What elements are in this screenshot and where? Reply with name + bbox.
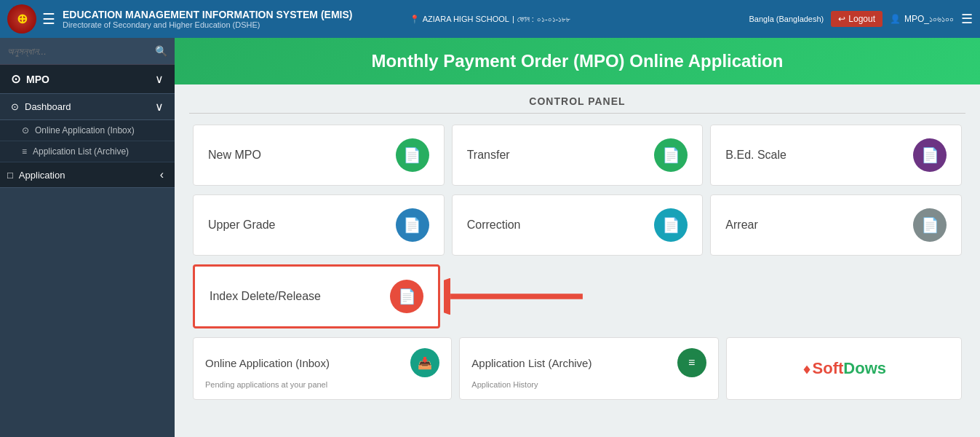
user-avatar-icon: 👤 <box>890 14 901 24</box>
arrow-container <box>444 275 648 318</box>
language-selector[interactable]: Bangla (Bangladesh) <box>749 15 824 23</box>
card-transfer-label: Transfer <box>467 149 510 162</box>
card-index-delete-icon: 📄 <box>390 280 423 313</box>
card-new-mpo-icon: 📄 <box>396 138 429 172</box>
application-list-archive-label: Application List (Archive) <box>471 357 591 369</box>
card-new-mpo-label: New MPO <box>208 149 261 162</box>
location-info: 📍 AZIARA HIGH SCHOOL | ফোন : ০১-০১-১৮৮ <box>410 15 571 24</box>
card-correction-label: Correction <box>467 219 521 232</box>
page-title: Monthly Payment Order (MPO) Online Appli… <box>372 51 784 71</box>
content-area: Monthly Payment Order (MPO) Online Appli… <box>175 38 980 437</box>
pointing-arrow <box>444 275 589 318</box>
card-upper-grade[interactable]: Upper Grade 📄 <box>193 194 445 256</box>
card-upper-grade-label: Upper Grade <box>208 219 276 232</box>
application-label: Application <box>19 170 65 181</box>
card-index-delete-label: Index Delete/Release <box>210 290 321 303</box>
online-application-inbox-label: Online Application (Inbox) <box>205 357 330 369</box>
sidebar-item-mpo[interactable]: ⊙ MPO ∨ <box>0 65 175 94</box>
card-arrear-icon: 📄 <box>913 208 947 242</box>
mpo-label: MPO <box>26 74 49 85</box>
location-icon: 📍 <box>410 15 420 24</box>
card-online-application-inbox[interactable]: Online Application (Inbox) 📥 Pending app… <box>193 337 452 400</box>
application-list-archive-icon: ≡ <box>677 348 706 377</box>
logout-icon: ↩ <box>838 14 845 24</box>
card-index-delete[interactable]: Index Delete/Release 📄 <box>193 264 440 328</box>
online-application-inbox-subtitle: Pending applications at your panel <box>205 380 439 389</box>
sidebar-item-application[interactable]: □ Application ‹ <box>0 162 175 188</box>
menu-toggle-icon[interactable]: ☰ <box>42 10 55 28</box>
search-input[interactable] <box>7 46 155 57</box>
page-header: Monthly Payment Order (MPO) Online Appli… <box>175 38 980 84</box>
softdows-logo-card: ⬧SoftDows <box>726 337 962 400</box>
phone-label: ফোন : <box>517 15 534 24</box>
logout-button[interactable]: ↩ Logout <box>831 11 883 27</box>
card-row-2: Upper Grade 📄 Correction 📄 Arrear 📄 <box>189 194 965 256</box>
card-upper-grade-icon: 📄 <box>396 208 429 242</box>
school-name: AZIARA HIGH SCHOOL <box>423 15 509 23</box>
header: ⊕ ☰ EDUCATION MANAGEMENT INFORMATION SYS… <box>0 0 980 38</box>
search-box: 🔍 <box>0 38 175 65</box>
dashboard-icon: ⊙ <box>11 101 19 112</box>
control-panel-title: CONTROL PANEL <box>189 95 965 114</box>
system-title: EDUCATION MANAGEMENT INFORMATION SYSTEM … <box>63 9 749 20</box>
application-list-archive-subtitle: Application History <box>471 380 706 389</box>
username: MPO_১০৬১০০ <box>904 14 954 24</box>
card-application-list-archive[interactable]: Application List (Archive) ≡ Application… <box>459 337 718 400</box>
card-row-4: Online Application (Inbox) 📥 Pending app… <box>189 337 965 400</box>
card-arrear[interactable]: Arrear 📄 <box>710 194 962 256</box>
card-transfer-icon: 📄 <box>654 138 688 172</box>
sidebar-item-online-application[interactable]: ⊙ Online Application (Inbox) <box>0 120 175 141</box>
user-info: 👤 MPO_১০৬১০০ <box>890 14 954 24</box>
card-row-1: New MPO 📄 Transfer 📄 B.Ed. Scale 📄 <box>189 125 965 186</box>
header-title-block: EDUCATION MANAGEMENT INFORMATION SYSTEM … <box>63 9 749 29</box>
dashboard-label: Dashboard <box>25 101 71 112</box>
search-icon[interactable]: 🔍 <box>155 45 167 57</box>
card-new-mpo[interactable]: New MPO 📄 <box>193 125 445 186</box>
right-menu-icon[interactable]: ☰ <box>961 11 973 27</box>
application-icon: □ <box>7 170 13 181</box>
card-bed-scale[interactable]: B.Ed. Scale 📄 <box>710 125 962 186</box>
card-bed-scale-label: B.Ed. Scale <box>725 149 786 162</box>
mpo-icon: ⊙ <box>11 72 20 86</box>
card-row-3: Index Delete/Release 📄 <box>189 264 965 328</box>
logout-label: Logout <box>848 14 875 24</box>
control-panel: CONTROL PANEL New MPO 📄 Transfer 📄 B.Ed.… <box>175 84 980 420</box>
app-list-icon: ≡ <box>22 146 27 157</box>
sidebar-item-app-list[interactable]: ≡ Application List (Archive) <box>0 141 175 162</box>
mpo-arrow-icon: ∨ <box>155 72 164 86</box>
online-app-label: Online Application (Inbox) <box>35 125 135 135</box>
sidebar-item-dashboard[interactable]: ⊙ Dashboard ∨ <box>0 94 175 120</box>
softdows-logo: ⬧SoftDows <box>802 359 886 378</box>
online-application-inbox-icon: 📥 <box>410 348 439 377</box>
app-list-label: Application List (Archive) <box>33 146 129 157</box>
card-correction[interactable]: Correction 📄 <box>452 194 704 256</box>
main-layout: 🔍 ⊙ MPO ∨ ⊙ Dashboard ∨ ⊙ Online Applica… <box>0 38 980 437</box>
logo: ⊕ <box>7 4 36 34</box>
card-transfer[interactable]: Transfer 📄 <box>452 125 704 186</box>
card-arrear-label: Arrear <box>725 219 757 232</box>
application-arrow-icon: ‹ <box>160 168 164 181</box>
sidebar: 🔍 ⊙ MPO ∨ ⊙ Dashboard ∨ ⊙ Online Applica… <box>0 38 175 437</box>
header-right: Bangla (Bangladesh) ↩ Logout 👤 MPO_১০৬১০… <box>749 11 973 27</box>
phone-number: ০১-০১-১৮৮ <box>537 15 570 24</box>
card-correction-icon: 📄 <box>654 208 688 242</box>
online-app-icon: ⊙ <box>22 125 29 135</box>
dashboard-arrow-icon: ∨ <box>155 100 164 114</box>
card-bed-scale-icon: 📄 <box>913 138 947 172</box>
system-subtitle: Directorate of Secondary and Higher Educ… <box>63 20 749 29</box>
divider: | <box>512 15 514 23</box>
